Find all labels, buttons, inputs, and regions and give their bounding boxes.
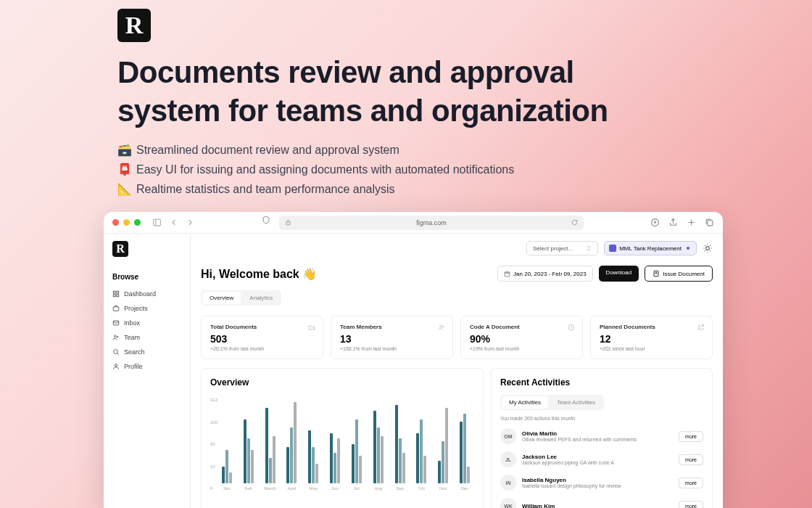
avatar: IN [500, 475, 516, 491]
chart-bar [334, 453, 336, 483]
sidebar-item-inbox[interactable]: Inbox [112, 316, 181, 330]
app-logo[interactable]: R [112, 241, 128, 257]
sidebar-item-search[interactable]: Search [112, 345, 181, 359]
share-icon[interactable] [668, 218, 678, 227]
back-icon[interactable] [169, 218, 178, 227]
chart-bar [377, 427, 380, 483]
lock-icon [285, 219, 291, 226]
chart-bar [337, 438, 340, 483]
svg-rect-28 [505, 271, 510, 276]
svg-point-19 [706, 247, 710, 250]
project-color-icon [609, 245, 616, 252]
more-button[interactable]: more [679, 478, 703, 488]
traffic-close-icon[interactable] [112, 219, 119, 226]
chart-bar [399, 438, 402, 483]
browser-chrome: figma.com [104, 212, 723, 234]
tabs-icon[interactable] [705, 218, 714, 227]
chart-bar [315, 464, 318, 483]
svg-rect-9 [113, 295, 115, 297]
overview-chart: 31210050100 JanFebMarchAprilMayJunJulAug… [210, 398, 474, 499]
address-bar[interactable]: figma.com [279, 216, 584, 230]
svg-rect-2 [286, 222, 290, 225]
forward-icon[interactable] [186, 218, 195, 227]
feature-item: 📐Realtime statistics and team performanc… [117, 182, 654, 196]
chart-bar [402, 453, 405, 483]
chart-bar [395, 405, 398, 483]
activity-item: JL Jackson Lee Jackson approved piping G… [500, 451, 703, 467]
folder-icon [308, 324, 315, 331]
chart-bar [359, 456, 362, 483]
traffic-min-icon[interactable] [123, 219, 130, 226]
sidebar: R Browse Dashboard Projects Inbox Team S… [104, 234, 191, 508]
project-badge[interactable]: MML Tank Replacement [604, 241, 697, 255]
svg-point-18 [687, 247, 689, 250]
svg-rect-8 [117, 291, 119, 293]
activity-name: Isabella Nguyen [522, 477, 673, 483]
svg-point-17 [115, 364, 117, 366]
tab-analytics[interactable]: Analytics [242, 292, 280, 304]
month-label: March [264, 486, 276, 491]
month-label: Aug [374, 486, 382, 491]
chart-bar [423, 456, 426, 483]
chart-bar [420, 419, 423, 483]
sidebar-item-projects[interactable]: Projects [112, 301, 181, 316]
activity-name: Olivia Martin [522, 430, 673, 437]
more-button[interactable]: more [679, 501, 703, 509]
more-button[interactable]: more [679, 431, 703, 442]
chart-bar [251, 450, 254, 483]
issue-document-button[interactable]: Issue Document [645, 266, 713, 282]
clock-icon [568, 324, 575, 331]
sidebar-item-dashboard[interactable]: Dashboard [112, 287, 181, 301]
month-label: May [310, 486, 318, 491]
activity-desc: Jackson approved piping GA with code A [522, 460, 673, 465]
refresh-icon[interactable] [571, 219, 578, 226]
activity-name: Jackson Lee [522, 454, 673, 460]
chart-bar [330, 433, 333, 483]
tab-my-activities[interactable]: My Activities [502, 396, 548, 409]
overview-panel: Overview 31210050100 JanFebMarchAprilMay… [201, 368, 484, 508]
svg-line-26 [705, 250, 705, 251]
chart-bar [438, 461, 441, 483]
more-button[interactable]: more [679, 454, 703, 465]
chart-bar [467, 467, 470, 483]
svg-point-36 [442, 326, 444, 327]
theme-toggle-icon[interactable] [703, 243, 713, 253]
chevron-updown-icon [586, 245, 592, 252]
dashboard-icon [112, 290, 120, 298]
tab-team-activities[interactable]: Team Activities [550, 396, 602, 409]
activity-item: IN Isabella Nguyen Isabella issued desig… [500, 475, 703, 491]
plus-icon[interactable] [687, 218, 696, 227]
project-selector[interactable]: Select project... [526, 241, 598, 255]
chart-bar [247, 438, 250, 483]
avatar: WK [500, 498, 516, 508]
chart-bar [355, 419, 358, 483]
chart-bar [308, 430, 311, 483]
chart-bar [460, 422, 463, 483]
chart-bar [286, 447, 289, 483]
svg-rect-6 [708, 221, 713, 226]
download-button[interactable]: Download [599, 266, 639, 282]
chart-bar [416, 433, 419, 483]
traffic-max-icon[interactable] [134, 219, 141, 226]
download-icon[interactable] [650, 218, 660, 227]
welcome-text: Hi, Welcome back 👋 [201, 267, 317, 281]
tab-overview[interactable]: Overview [202, 292, 241, 304]
avatar: JL [500, 451, 516, 467]
feature-item: 🗃️Streamlined document review and approv… [117, 143, 654, 157]
chart-bar [244, 419, 246, 483]
svg-rect-0 [154, 219, 161, 226]
date-range-picker[interactable]: Jan 20, 2023 - Feb 09, 2023 [497, 266, 593, 282]
shield-icon[interactable] [262, 216, 270, 224]
chart-bar [225, 450, 228, 483]
chart-bar [445, 408, 448, 483]
sidebar-toggle-icon[interactable] [152, 218, 162, 227]
sidebar-item-team[interactable]: Team [112, 330, 181, 345]
document-icon [652, 270, 660, 277]
svg-line-24 [705, 245, 705, 246]
sidebar-item-profile[interactable]: Profile [112, 359, 181, 374]
chart-bar [312, 447, 315, 483]
svg-point-13 [115, 335, 117, 337]
calendar-icon [504, 271, 510, 277]
main-tabs: Overview Analytics [201, 290, 281, 306]
month-label: Sep [396, 486, 404, 491]
